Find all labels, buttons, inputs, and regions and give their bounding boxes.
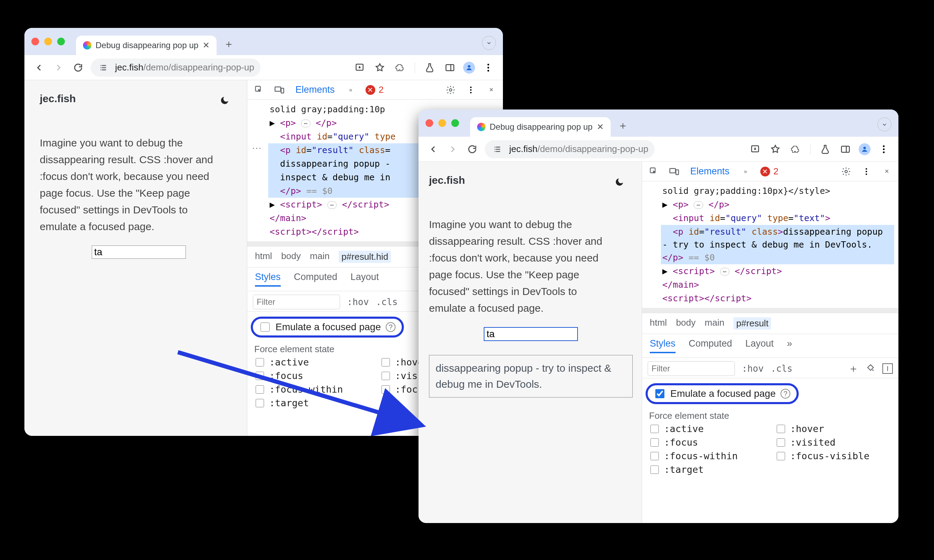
emulate-checkbox[interactable] xyxy=(260,323,269,332)
tab-computed[interactable]: Computed xyxy=(689,338,732,353)
browser-tab[interactable]: Debug disappearing pop up ✕ xyxy=(470,117,611,137)
styles-filter-input[interactable] xyxy=(648,361,735,376)
state-hover[interactable]: :hover xyxy=(775,423,892,434)
state-focus-within[interactable]: :focus-within xyxy=(649,451,766,461)
state-focus[interactable]: :focus xyxy=(649,437,766,448)
reload-button[interactable] xyxy=(71,61,85,75)
close-window-button[interactable] xyxy=(426,119,433,127)
experiments-icon[interactable] xyxy=(423,61,437,75)
inspect-element-icon[interactable] xyxy=(648,166,660,177)
side-panel-icon[interactable] xyxy=(443,61,457,75)
dark-mode-toggle[interactable] xyxy=(612,174,627,190)
bookmark-icon[interactable] xyxy=(768,142,782,156)
kebab-menu-icon[interactable] xyxy=(877,142,891,156)
toggle-hov[interactable]: :hov xyxy=(347,297,369,307)
gear-icon[interactable] xyxy=(840,166,852,177)
more-tabs-chevron-icon[interactable]: » xyxy=(740,166,751,177)
state-focus-within[interactable]: :focus-within xyxy=(254,384,370,395)
experiments-icon[interactable] xyxy=(818,142,832,156)
dark-mode-toggle[interactable] xyxy=(217,93,232,108)
toggle-cls[interactable]: .cls xyxy=(376,297,398,307)
devtools-kebab-icon[interactable] xyxy=(465,85,476,95)
dom-tree[interactable]: solid gray;padding:10px}</style> ▶ <p> ⋯… xyxy=(642,181,899,308)
tab-styles[interactable]: Styles xyxy=(650,338,675,353)
close-devtools-icon[interactable]: ✕ xyxy=(881,166,892,177)
devtools-kebab-icon[interactable] xyxy=(861,166,872,177)
install-app-icon[interactable] xyxy=(748,142,762,156)
close-devtools-icon[interactable]: ✕ xyxy=(485,85,497,95)
site-settings-icon[interactable] xyxy=(97,61,111,75)
tabs-dropdown-icon[interactable] xyxy=(877,117,891,131)
breadcrumb[interactable]: html body main p#result xyxy=(642,313,899,334)
extensions-icon[interactable] xyxy=(393,61,407,75)
element-states: :active :hover :focus :visited :focus-wi… xyxy=(642,423,899,479)
query-input[interactable] xyxy=(484,327,578,341)
svg-point-24 xyxy=(866,171,867,172)
forward-button[interactable] xyxy=(446,142,460,156)
device-toolbar-icon[interactable] xyxy=(274,85,285,95)
state-target[interactable]: :target xyxy=(649,464,766,475)
back-button[interactable] xyxy=(426,142,440,156)
site-settings-icon[interactable] xyxy=(491,142,505,156)
help-icon[interactable]: ? xyxy=(780,389,790,398)
bookmark-icon[interactable] xyxy=(373,61,387,75)
error-indicator[interactable]: ✕2 xyxy=(366,85,384,95)
state-active[interactable]: :active xyxy=(649,423,766,434)
install-app-icon[interactable] xyxy=(352,61,366,75)
more-tabs-chevron-icon[interactable]: » xyxy=(345,85,357,95)
tab-elements[interactable]: Elements xyxy=(689,163,731,180)
more-tabs-chevron-icon[interactable]: » xyxy=(787,338,792,353)
close-window-button[interactable] xyxy=(31,38,39,45)
styles-filter-input[interactable] xyxy=(253,295,340,309)
tab-layout[interactable]: Layout xyxy=(745,338,774,353)
tab-elements[interactable]: Elements xyxy=(294,81,336,99)
dom-row-menu-icon[interactable]: ⋯ xyxy=(252,142,262,154)
help-icon[interactable]: ? xyxy=(386,322,395,332)
url-text: jec.fish/demo/disappearing-pop-up xyxy=(115,62,254,73)
new-style-rule-icon[interactable]: ＋ xyxy=(848,362,859,376)
state-target[interactable]: :target xyxy=(254,397,370,408)
emulate-checkbox[interactable] xyxy=(655,389,665,398)
close-tab-icon[interactable]: ✕ xyxy=(203,40,209,50)
tab-styles[interactable]: Styles xyxy=(255,272,281,287)
toggle-hov[interactable]: :hov xyxy=(742,363,764,374)
svg-rect-21 xyxy=(676,170,679,175)
page-site-title: jec.fish xyxy=(429,174,632,186)
emulate-focused-page-toggle[interactable]: Emulate a focused page ? xyxy=(251,317,404,337)
state-focus[interactable]: :focus xyxy=(254,370,370,381)
extensions-icon[interactable] xyxy=(789,142,803,156)
close-tab-icon[interactable]: ✕ xyxy=(597,122,604,132)
side-panel-icon[interactable] xyxy=(839,142,852,156)
minimize-window-button[interactable] xyxy=(44,38,52,45)
reload-button[interactable] xyxy=(465,142,479,156)
forward-button[interactable] xyxy=(52,61,66,75)
address-bar[interactable]: jec.fish/demo/disappearing-pop-up xyxy=(91,58,260,77)
state-active[interactable]: :active xyxy=(254,357,370,368)
tab-layout[interactable]: Layout xyxy=(351,272,379,287)
new-tab-button[interactable]: ＋ xyxy=(615,118,630,133)
gear-icon[interactable] xyxy=(445,85,456,95)
new-tab-button[interactable]: ＋ xyxy=(222,37,236,51)
device-toolbar-icon[interactable] xyxy=(669,166,680,177)
query-input[interactable] xyxy=(92,246,186,259)
maximize-window-button[interactable] xyxy=(451,119,459,127)
kebab-menu-icon[interactable] xyxy=(481,61,495,75)
toggle-cls[interactable]: .cls xyxy=(771,363,793,374)
toggle-panel-icon[interactable] xyxy=(882,363,893,374)
emulate-focused-page-toggle[interactable]: Emulate a focused page ? xyxy=(646,383,799,404)
back-button[interactable] xyxy=(32,61,46,75)
state-focus-visible[interactable]: :focus-visible xyxy=(775,451,892,461)
tab-computed[interactable]: Computed xyxy=(294,272,338,287)
error-indicator[interactable]: ✕2 xyxy=(760,166,779,177)
profile-avatar[interactable] xyxy=(859,143,871,155)
svg-rect-8 xyxy=(281,88,284,93)
address-bar[interactable]: jec.fish/demo/disappearing-pop-up xyxy=(485,140,655,158)
browser-tab[interactable]: Debug disappearing pop up ✕ xyxy=(76,35,217,55)
profile-avatar[interactable] xyxy=(463,62,475,74)
minimize-window-button[interactable] xyxy=(439,119,446,127)
tabs-dropdown-icon[interactable] xyxy=(482,36,496,50)
inspect-element-icon[interactable] xyxy=(254,85,265,95)
paint-bucket-icon[interactable] xyxy=(866,363,876,375)
maximize-window-button[interactable] xyxy=(57,38,65,45)
state-visited[interactable]: :visited xyxy=(775,437,892,448)
